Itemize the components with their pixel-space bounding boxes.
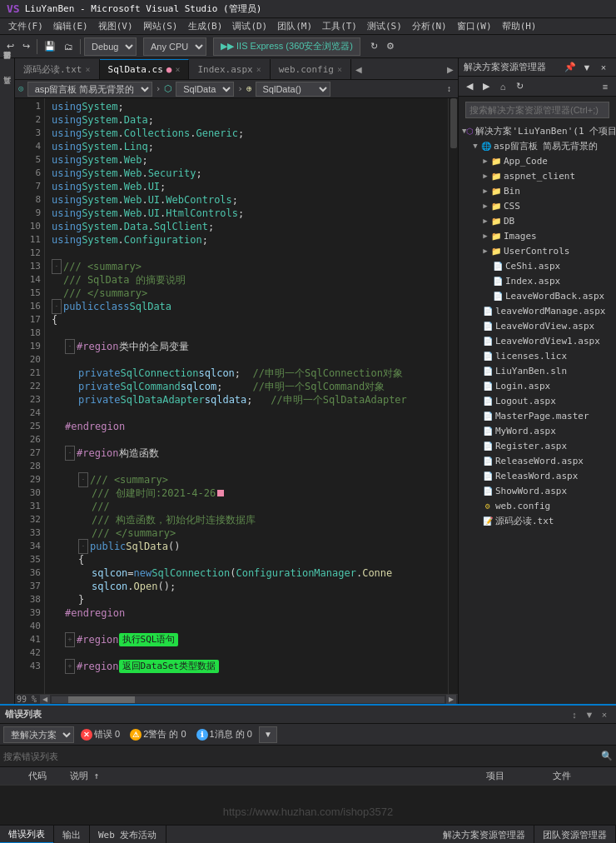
tree-item-register[interactable]: 📄 Register.aspx [459,438,616,453]
tree-item-leaveview[interactable]: 📄 LeaveWordView.aspx [459,318,616,333]
tab-webconfig-close[interactable]: × [337,65,342,74]
error-search-input[interactable] [3,751,601,761]
tab-index[interactable]: Index.aspx × [189,59,270,79]
h-scrollbar[interactable]: 99 % ◀ ▶ [15,694,458,704]
close-panel-button[interactable]: × [596,60,611,75]
sidebar-tab-toolbox[interactable]: 工具箱 [0,87,14,93]
toolbar-undo[interactable]: ↩ [3,37,17,56]
debug-mode-dropdown[interactable]: Debug [84,37,137,56]
menu-analyze[interactable]: 分析(N) [407,18,452,34]
col-proj[interactable]: 项目 [483,770,549,782]
tab-yuanma-close[interactable]: × [86,65,91,74]
tab-scroll-right[interactable]: ▶ [443,59,458,79]
class-dropdown[interactable]: SqlData [176,82,234,97]
tree-item-images[interactable]: ▶ 📁 Images [459,228,616,243]
tree-item-leaveback[interactable]: ▶ 📄 LeaveWordBack.aspx [459,288,616,303]
h-scroll-right[interactable]: ▶ [446,695,456,705]
toolbar-redo[interactable]: ↪ [19,37,33,56]
tree-item-logout[interactable]: 📄 Logout.aspx [459,393,616,408]
tree-solution-root[interactable]: ▼ ⬡ 解决方案'LiuYanBen'(1 个项目) [459,123,616,138]
tree-item-leaveview1[interactable]: 📄 LeaveWordView1.aspx [459,333,616,348]
menu-debug[interactable]: 调试(D) [227,18,272,34]
filter-button[interactable]: ▼ [259,726,277,743]
method-dropdown[interactable]: SqlData() [256,82,330,97]
status-tab-output[interactable]: 输出 [54,826,90,843]
dropdown-button[interactable]: ▼ [579,60,594,75]
menu-team[interactable]: 团队(M) [272,18,317,34]
status-tab-errors[interactable]: 错误列表 [0,826,54,843]
col-code[interactable]: 代码 [25,770,67,782]
tree-item-licx[interactable]: 📄 licenses.licx [459,348,616,363]
tab-scroll-left[interactable]: ◀ [351,59,366,79]
tree-item-showword[interactable]: 📄 ShowWord.aspx [459,483,616,498]
tree-item-aspnet[interactable]: ▶ 📁 aspnet_client [459,168,616,183]
info-count-button[interactable]: ℹ 1消息 的 0 [193,726,256,742]
tree-item-usercontrols[interactable]: ▶ 📁 UserControls [459,243,616,258]
tree-item-webconfig[interactable]: ⚙ web.config [459,498,616,513]
error-scope-dropdown[interactable]: 整解决方案 [3,726,74,743]
se-refresh-btn[interactable]: ↻ [512,79,527,94]
h-scroll-track[interactable] [52,696,445,703]
tab-yuanma[interactable]: 源码必读.txt × [15,59,100,79]
search-magnifier-icon[interactable]: 🔍 [601,751,613,761]
se-back-btn[interactable]: ◀ [462,79,477,94]
error-panel-dropdown[interactable]: ▼ [583,708,596,721]
tree-item-bin[interactable]: ▶ 📁 Bin [459,183,616,198]
pin-button[interactable]: 📌 [563,60,578,75]
h-scroll-left[interactable]: ◀ [40,695,50,705]
menu-window[interactable]: 窗口(W) [452,18,497,34]
tree-item-login[interactable]: 📄 Login.aspx [459,378,616,393]
menu-help[interactable]: 帮助(H) [497,18,542,34]
se-home-btn[interactable]: ⌂ [495,79,510,94]
tree-item-releasword[interactable]: 📄 ReleasWord.aspx [459,468,616,483]
tree-item-css[interactable]: ▶ 📁 CSS [459,198,616,213]
refresh-button[interactable]: ↻ [367,37,381,56]
tree-item-masterpage[interactable]: 📄 MasterPage.master [459,408,616,423]
tab-index-close[interactable]: × [256,65,261,74]
tab-sqldata[interactable]: SqlData.cs ● × [100,59,190,79]
status-tab-team-explorer[interactable]: 团队资源管理器 [534,826,616,843]
col-desc[interactable]: 说明 ↑ [67,770,483,782]
menu-tools[interactable]: 工具(T) [317,18,362,34]
tree-item-releaseword[interactable]: 📄 ReleaseWord.aspx [459,453,616,468]
cpu-mode-dropdown[interactable]: Any CPU [143,37,206,56]
solution-search-input[interactable] [465,102,609,118]
tree-project-root[interactable]: ▼ 🌐 asp留言板 简易无背景的 [459,138,616,153]
expand-all-btn[interactable]: ↕ [444,80,455,98]
status-tab-solution-explorer[interactable]: 解决方案资源管理器 [435,826,534,843]
run-button[interactable]: ▶ ▶ IIS Express (360安全浏览器) [213,37,360,56]
col-file[interactable]: 文件 [549,770,616,782]
se-more-btn[interactable]: ≡ [598,79,613,94]
error-panel-pin[interactable]: ↕ [568,708,581,721]
tab-sqldata-close[interactable]: × [175,65,180,74]
tree-item-appcode[interactable]: ▶ 📁 App_Code [459,153,616,168]
menu-build[interactable]: 生成(B) [183,18,228,34]
status-tab-webpublish[interactable]: Web 发布活动 [90,826,166,843]
menu-view[interactable]: 视图(V) [93,18,138,34]
tree-item-readme[interactable]: 📝 源码必读.txt [459,513,616,528]
menu-file[interactable]: 文件(F) [3,18,48,34]
warn-count-button[interactable]: ⚠ 2警告 的 0 [127,726,189,742]
sidebar-tab-server[interactable]: 服务器资源管理器 [0,62,14,68]
scrollbar-thumb[interactable] [450,98,457,148]
tree-item-index[interactable]: ▶ 📄 Index.aspx [459,273,616,288]
menu-website[interactable]: 网站(S) [138,18,183,34]
tree-item-db[interactable]: ▶ 📁 DB [459,213,616,228]
toolbar-more[interactable]: ⚙ [383,37,398,56]
se-forward-btn[interactable]: ▶ [479,79,494,94]
h-scroll-thumb[interactable] [68,696,135,703]
code-editor[interactable]: 12345 678910 1112131415 1617181920 21222… [15,98,458,694]
tree-item-leavemanage[interactable]: 📄 leaveWordManage.aspx [459,303,616,318]
toolbar-save[interactable]: 💾 [41,37,59,56]
code-content[interactable]: using System; using System.Data; using S… [45,98,448,694]
error-panel-close[interactable]: × [598,708,611,721]
namespace-dropdown[interactable]: asp留言板 简易无背景的 [27,82,152,97]
tree-item-ceshi[interactable]: ▶ 📄 CeShi.aspx [459,258,616,273]
tree-item-myword[interactable]: 📄 MyWord.aspx [459,423,616,438]
tab-webconfig[interactable]: web.config × [271,59,351,79]
menu-edit[interactable]: 编辑(E) [48,18,93,34]
error-count-button[interactable]: ✕ 错误 0 [77,726,123,742]
toolbar-save-all[interactable]: 🗂 [61,37,77,56]
tree-item-sln[interactable]: 📄 LiuYanBen.sln [459,363,616,378]
editor-scrollbar[interactable] [448,98,458,694]
